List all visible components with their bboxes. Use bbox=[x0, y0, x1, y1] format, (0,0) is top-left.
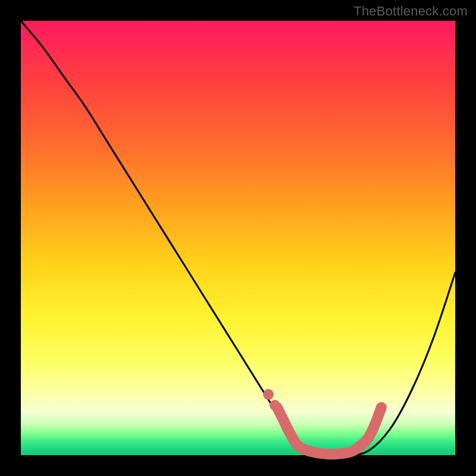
curve-svg bbox=[21, 21, 455, 455]
highlight-dot-2 bbox=[270, 400, 280, 411]
optimal-range-highlight bbox=[277, 408, 381, 455]
chart-frame: TheBottleneck.com bbox=[0, 0, 476, 476]
bottleneck-curve bbox=[21, 21, 455, 456]
plot-area bbox=[21, 21, 455, 455]
watermark-text: TheBottleneck.com bbox=[353, 4, 468, 19]
highlight-dot-1 bbox=[263, 389, 274, 400]
